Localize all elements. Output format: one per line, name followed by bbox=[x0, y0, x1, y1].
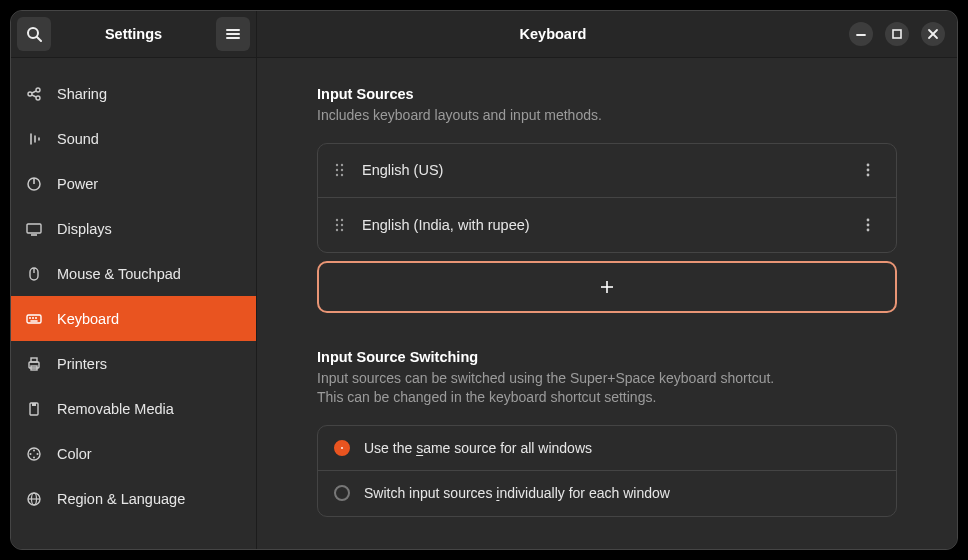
header-left: Settings bbox=[11, 11, 257, 57]
sidebar-item-power[interactable]: Power bbox=[11, 161, 256, 206]
radio-indicator[interactable] bbox=[334, 440, 350, 456]
sidebar-item-label: Mouse & Touchpad bbox=[57, 266, 181, 282]
sidebar-item-removable[interactable]: Removable Media bbox=[11, 386, 256, 431]
mouse-icon bbox=[25, 265, 43, 283]
kebab-icon bbox=[860, 217, 876, 233]
page-title: Keyboard bbox=[263, 26, 843, 42]
maximize-button[interactable] bbox=[885, 22, 909, 46]
sidebar-item-label: Power bbox=[57, 176, 98, 192]
sidebar-item-label: Sharing bbox=[57, 86, 107, 102]
app-title: Settings bbox=[57, 26, 210, 42]
input-sources-title: Input Sources bbox=[317, 86, 897, 102]
maximize-icon bbox=[890, 27, 904, 41]
sound-icon bbox=[25, 130, 43, 148]
switching-option[interactable]: Switch input sources individually for ea… bbox=[318, 471, 896, 516]
input-sources-list: English (US)English (India, with rupee) bbox=[317, 143, 897, 253]
switching-option[interactable]: Use the same source for all windows bbox=[318, 426, 896, 471]
keyboard-icon bbox=[25, 310, 43, 328]
input-source-menu-button[interactable] bbox=[856, 213, 880, 237]
drag-handle-icon[interactable] bbox=[334, 217, 344, 233]
switching-desc: Input sources can be switched using the … bbox=[317, 369, 897, 407]
header-right: Keyboard bbox=[257, 11, 957, 57]
menu-icon bbox=[225, 26, 241, 42]
input-source-label: English (US) bbox=[362, 162, 838, 178]
sidebar-item-label: Color bbox=[57, 446, 92, 462]
sidebar-item-label: Keyboard bbox=[57, 311, 119, 327]
drag-handle-icon[interactable] bbox=[334, 162, 344, 178]
switching-option-label: Switch input sources individually for ea… bbox=[364, 485, 670, 501]
removable-icon bbox=[25, 400, 43, 418]
region-icon bbox=[25, 490, 43, 508]
window-controls bbox=[849, 22, 951, 46]
sidebar-item-printers[interactable]: Printers bbox=[11, 341, 256, 386]
power-icon bbox=[25, 175, 43, 193]
sidebar-item-sharing[interactable]: Sharing bbox=[11, 71, 256, 116]
switching-title: Input Source Switching bbox=[317, 349, 897, 365]
sidebar-item-label: Removable Media bbox=[57, 401, 174, 417]
content[interactable]: Input Sources Includes keyboard layouts … bbox=[257, 58, 957, 549]
close-button[interactable] bbox=[921, 22, 945, 46]
radio-indicator[interactable] bbox=[334, 485, 350, 501]
sidebar-item-keyboard[interactable]: Keyboard bbox=[11, 296, 256, 341]
close-icon bbox=[926, 27, 940, 41]
search-icon bbox=[26, 26, 42, 42]
add-input-source-button[interactable] bbox=[317, 261, 897, 313]
search-button[interactable] bbox=[17, 17, 51, 51]
sidebar-item-sound[interactable]: Sound bbox=[11, 116, 256, 161]
sidebar-item-label: Region & Language bbox=[57, 491, 185, 507]
hamburger-menu-button[interactable] bbox=[216, 17, 250, 51]
sidebar-item-region[interactable]: Region & Language bbox=[11, 476, 256, 521]
input-sources-desc: Includes keyboard layouts and input meth… bbox=[317, 106, 897, 125]
plus-icon bbox=[599, 279, 615, 295]
body: Online AccountsSharingSoundPowerDisplays… bbox=[11, 58, 957, 549]
color-icon bbox=[25, 445, 43, 463]
sidebar-item-mouse[interactable]: Mouse & Touchpad bbox=[11, 251, 256, 296]
sidebar-item-label: Displays bbox=[57, 221, 112, 237]
sidebar-item-label: Sound bbox=[57, 131, 99, 147]
switching-options: Use the same source for all windowsSwitc… bbox=[317, 425, 897, 517]
minimize-button[interactable] bbox=[849, 22, 873, 46]
input-source-menu-button[interactable] bbox=[856, 158, 880, 182]
sharing-icon bbox=[25, 85, 43, 103]
header-bar: Settings Keyboard bbox=[11, 11, 957, 58]
settings-window: Settings Keyboard Online AccountsSharing… bbox=[10, 10, 958, 550]
minimize-icon bbox=[854, 27, 868, 41]
displays-icon bbox=[25, 220, 43, 238]
switching-option-label: Use the same source for all windows bbox=[364, 440, 592, 456]
printers-icon bbox=[25, 355, 43, 373]
kebab-icon bbox=[860, 162, 876, 178]
sidebar-item-label: Printers bbox=[57, 356, 107, 372]
sidebar-item-color[interactable]: Color bbox=[11, 431, 256, 476]
sidebar-item-displays[interactable]: Displays bbox=[11, 206, 256, 251]
sidebar[interactable]: Online AccountsSharingSoundPowerDisplays… bbox=[11, 58, 257, 549]
input-source-label: English (India, with rupee) bbox=[362, 217, 838, 233]
input-source-row[interactable]: English (US) bbox=[318, 144, 896, 198]
sidebar-item-online-accounts[interactable]: Online Accounts bbox=[11, 58, 256, 71]
input-source-row[interactable]: English (India, with rupee) bbox=[318, 198, 896, 252]
